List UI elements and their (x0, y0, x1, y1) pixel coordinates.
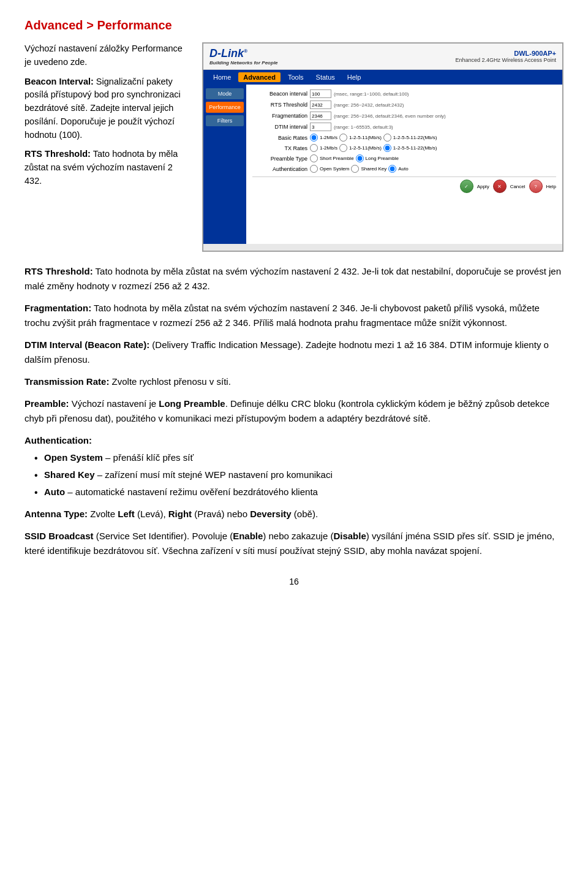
dlink-model: DWL-900AP+ Enhanced 2.4GHz Wireless Acce… (455, 50, 556, 63)
dlink-panel: D-Link® Building Networks for People DWL… (203, 43, 563, 251)
main-content: RTS Threshold: Tato hodnota by měla zůst… (24, 264, 564, 558)
auth-options: Open System Shared Key Auto (310, 165, 409, 173)
field-beacon: Beacon interval (msec, range:1~1000, def… (252, 89, 556, 98)
auth-auto-radio[interactable] (388, 165, 396, 173)
field-dtim-input[interactable] (310, 123, 331, 131)
auth-list: Open System – přenáší klíč přes síť Shar… (24, 450, 564, 499)
field-rts: RTS Threshold (range: 256~2432, default:… (252, 100, 556, 109)
sidebar-performance[interactable]: Performance (206, 102, 244, 113)
rts-label: RTS Threshold: (24, 149, 91, 159)
nav-home[interactable]: Home (208, 72, 236, 82)
dlink-sidebar: Mode Performance Filters (203, 85, 246, 244)
dlink-logo-sub: Building Networks for People (209, 60, 278, 66)
tx-1-2-5-11-radio[interactable] (339, 144, 347, 152)
field-tx-rates: TX Rates 1-2Mb/s 1-2-5-11(Mb/s) 1-2-5-5-… (252, 144, 556, 152)
field-auth: Authentication Open System Shared Key Au… (252, 165, 556, 173)
field-auth-label: Authentication (252, 166, 307, 172)
auth-auto-label: Auto (44, 487, 65, 497)
antenna-diversity: Deversity (250, 509, 292, 519)
help-button[interactable]: ? (529, 180, 543, 193)
rts-description: RTS Threshold: Tato hodnota by měla zůst… (24, 148, 190, 188)
title-prefix: Advanced (24, 18, 83, 32)
auth-open-radio[interactable] (310, 165, 318, 173)
rts-full-text: RTS Threshold: Tato hodnota by měla zůst… (24, 264, 564, 294)
auth-auto-item: Auto – automatické nastavení režimu ověř… (37, 485, 564, 499)
field-frag-input[interactable] (310, 112, 331, 120)
preamble-text: Preamble: Výchozí nastavení je Long Prea… (24, 396, 564, 426)
dlink-actions: ✓ Apply ✕ Cancel ? Help (252, 176, 556, 193)
antenna-left: Left (118, 509, 135, 519)
nav-status[interactable]: Status (311, 72, 340, 82)
ssid-text: SSID Broadcast (Service Set Identifier).… (24, 529, 564, 558)
device-image-panel: D-Link® Building Networks for People DWL… (202, 42, 564, 252)
ssid-label: SSID Broadcast (24, 531, 94, 541)
tx-label: Transmission Rate: (24, 376, 109, 387)
auth-open-item: Open System – přenáší klíč přes síť (37, 450, 564, 465)
dlink-header: D-Link® Building Networks for People DWL… (203, 44, 562, 70)
sidebar-mode[interactable]: Mode (206, 88, 244, 99)
field-beacon-input[interactable] (310, 89, 331, 98)
tx-text: Transmission Rate: Zvolte rychlost přeno… (24, 374, 564, 389)
dlink-nav: Home Advanced Tools Status Help (203, 70, 562, 85)
preamble-label: Preamble: (24, 398, 69, 409)
basic-1-2-5-11-radio[interactable] (339, 134, 347, 142)
field-rts-hint: (range: 256~2432, default:2432) (334, 102, 404, 108)
preamble-long-radio[interactable] (356, 154, 364, 162)
antenna-label: Antenna Type: (24, 509, 88, 519)
antenna-right: Right (168, 509, 192, 519)
auth-open-label: Open System (44, 452, 103, 463)
field-frag-hint: (range: 256~2346, default:2346, even num… (334, 113, 446, 119)
sidebar-filters[interactable]: Filters (206, 115, 244, 126)
field-preamble-label: Preamble Type (252, 156, 307, 162)
tx-rates-options: 1-2Mb/s 1-2-5-11(Mb/s) 1-2-5-5-11-22(Mb/… (310, 144, 437, 152)
field-beacon-label: Beacon interval (252, 91, 307, 97)
intro-text: Výchozí nastavení záložky Performance je… (24, 42, 190, 69)
fragmentation-label: Fragmentation: (24, 303, 91, 313)
auth-shared-label: Shared Key (44, 469, 95, 480)
rts-full-label: RTS Threshold: (24, 266, 93, 276)
dlink-logo: D-Link® Building Networks for People (209, 47, 278, 66)
auth-shared-item: Shared Key – zařízení musí mít stejné WE… (37, 468, 564, 482)
dlink-model-description: Enhanced 2.4GHz Wireless Access Point (455, 57, 556, 63)
nav-help[interactable]: Help (342, 72, 366, 82)
preamble-options: Short Preamble Long Preamble (310, 154, 399, 162)
beacon-description: Beacon Interval: Signalizační pakety pos… (24, 75, 190, 142)
left-description: Výchozí nastavení záložky Performance je… (24, 42, 190, 252)
field-rts-input[interactable] (310, 100, 331, 109)
cancel-label: Cancel (510, 184, 526, 189)
nav-tools[interactable]: Tools (283, 72, 309, 82)
dlink-content: Beacon interval (msec, range:1~1000, def… (246, 85, 562, 244)
field-rts-label: RTS Threshold (252, 102, 307, 108)
cancel-button[interactable]: ✕ (493, 180, 507, 193)
field-dtim-label: DTIM interval (252, 124, 307, 130)
dlink-body: Mode Performance Filters Beacon interval… (203, 85, 562, 244)
tx-1-2-radio[interactable] (310, 144, 318, 152)
ssid-disable: Disable (333, 531, 366, 541)
page-number: 16 (24, 577, 564, 586)
nav-advanced[interactable]: Advanced (238, 72, 281, 82)
preamble-short-radio[interactable] (310, 154, 318, 162)
top-section: Výchozí nastavení záložky Performance je… (24, 42, 564, 252)
ssid-enable: Enable (233, 531, 263, 541)
field-basic-rates: Basic Rates 1-2Mb/s 1-2-5-11(Mb/s) 1-2-5… (252, 134, 556, 142)
auth-section: Authentication: Open System – přenáší kl… (24, 433, 564, 499)
field-dtim-hint: (range: 1~65535, default:3) (334, 124, 393, 130)
field-basic-rates-label: Basic Rates (252, 135, 307, 141)
title-separator: > (83, 18, 97, 32)
auth-title: Authentication: (24, 433, 564, 448)
dlink-model-number: DWL-900AP+ (455, 50, 556, 57)
basic-rates-options: 1-2Mb/s 1-2-5-11(Mb/s) 1-2-5-5-11-22(Mb/… (310, 134, 437, 142)
title-suffix: Performance (97, 18, 172, 32)
beacon-label: Beacon Interval: (24, 77, 94, 86)
auth-shared-radio[interactable] (351, 165, 359, 173)
dlink-logo-area: D-Link® Building Networks for People (209, 47, 278, 66)
fragmentation-text: Fragmentation: Tato hodnota by měla zůst… (24, 301, 564, 330)
field-tx-rates-label: TX Rates (252, 145, 307, 151)
basic-all-radio[interactable] (383, 134, 391, 142)
basic-1-2-radio[interactable] (310, 134, 318, 142)
field-frag-label: Fragmentation (252, 113, 307, 119)
preamble-value: Long Preamble (159, 398, 225, 409)
antenna-text: Antenna Type: Zvolte Left (Levá), Right … (24, 507, 564, 521)
tx-all-radio[interactable] (383, 144, 391, 152)
apply-button[interactable]: ✓ (460, 180, 473, 193)
